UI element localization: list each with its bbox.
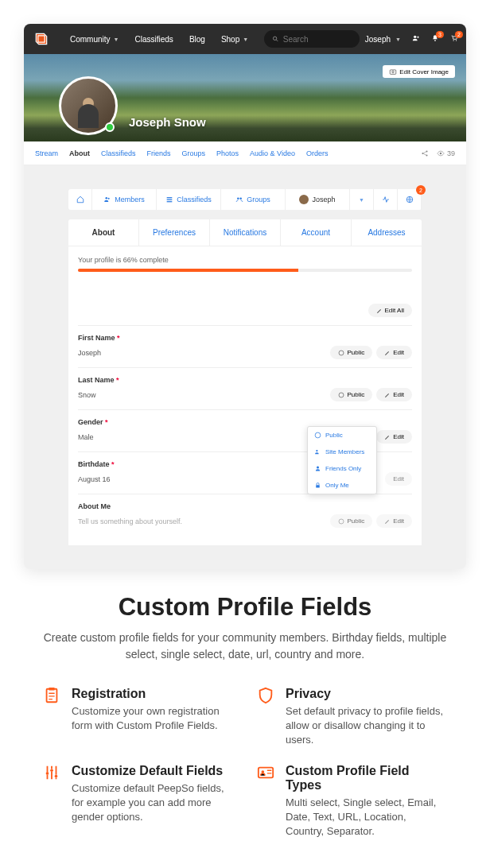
top-navigation: Community▼ Classifieds Blog Shop▼ Joseph… xyxy=(24,24,466,54)
cart-button[interactable]: 2 xyxy=(450,34,458,44)
privacy-option-public[interactable]: Public xyxy=(308,427,376,444)
pencil-icon xyxy=(384,434,391,440)
marketing-subtitle: Create custom profile fields for your co… xyxy=(43,630,447,663)
field-value: Male xyxy=(78,433,330,441)
tab-orders[interactable]: Orders xyxy=(306,149,329,157)
nav-shop[interactable]: Shop▼ xyxy=(213,24,256,54)
toolbar-groups[interactable]: Groups xyxy=(221,189,286,210)
toolbar-badge: 2 xyxy=(416,185,426,195)
eye-icon xyxy=(437,149,445,157)
globe-icon xyxy=(314,432,321,439)
edit-cover-button[interactable]: Edit Cover Image xyxy=(383,65,455,78)
section-tab-preferences[interactable]: Preferences xyxy=(139,219,210,246)
edit-button[interactable]: Edit xyxy=(376,388,412,401)
tab-friends[interactable]: Friends xyxy=(147,149,171,157)
clipboard-icon xyxy=(43,687,62,748)
globe-icon xyxy=(338,392,344,398)
field-gender: Gender * Male Public Edit Public Site Me… xyxy=(78,410,412,452)
svg-point-30 xyxy=(50,769,53,772)
svg-rect-32 xyxy=(259,767,273,777)
cart-badge: 2 xyxy=(455,31,463,38)
online-status-indicator xyxy=(105,122,115,132)
avatar-icon xyxy=(299,195,309,204)
feature-customize-defaults: Customize Default FieldsCustomize defaul… xyxy=(43,764,233,839)
privacy-option-friends[interactable]: Friends Only xyxy=(308,460,376,477)
search-input[interactable] xyxy=(283,35,352,44)
edit-button[interactable]: Edit xyxy=(385,472,412,486)
toolbar-classifieds[interactable]: Classifieds xyxy=(157,189,221,210)
tab-stream[interactable]: Stream xyxy=(35,149,58,157)
user-menu[interactable]: Joseph▼ xyxy=(365,35,401,44)
users-icon xyxy=(103,196,111,203)
svg-rect-15 xyxy=(167,201,173,202)
toolbar-dropdown[interactable]: ▼ xyxy=(350,189,374,210)
svg-point-4 xyxy=(456,40,457,41)
toolbar-home[interactable] xyxy=(68,189,92,210)
pencil-icon xyxy=(376,308,383,314)
tab-classifieds[interactable]: Classifieds xyxy=(101,149,136,157)
nav-blog[interactable]: Blog xyxy=(181,24,213,54)
edit-button[interactable]: Edit xyxy=(376,430,412,444)
svg-point-6 xyxy=(392,71,395,73)
svg-point-10 xyxy=(440,152,442,154)
logo-icon xyxy=(33,31,49,47)
progress-fill xyxy=(78,269,298,272)
toolbar-members[interactable]: Members xyxy=(92,189,157,210)
svg-point-3 xyxy=(453,40,454,41)
add-user-button[interactable] xyxy=(412,34,420,44)
search-box[interactable] xyxy=(264,30,360,48)
section-tab-account[interactable]: Account xyxy=(281,219,352,246)
svg-point-19 xyxy=(339,351,344,355)
privacy-button[interactable]: Public xyxy=(330,346,372,359)
profile-panel: Your profile is 66% complete Edit All Fi… xyxy=(68,246,422,545)
feature-desc: Customize your own registration form wit… xyxy=(72,704,233,733)
feature-title: Registration xyxy=(72,687,233,701)
section-tab-about[interactable]: About xyxy=(68,219,139,246)
profile-tabs: Stream About Classifieds Friends Groups … xyxy=(24,141,466,165)
field-label: Gender * xyxy=(78,418,412,426)
marketing-section: Custom Profile Fields Create custom prof… xyxy=(24,569,466,847)
privacy-button[interactable]: Public xyxy=(330,388,372,401)
progress-text: Your profile is 66% complete xyxy=(78,256,412,264)
nav-community[interactable]: Community▼ xyxy=(62,24,127,54)
svg-point-7 xyxy=(422,152,423,153)
svg-point-2 xyxy=(434,40,436,41)
svg-point-8 xyxy=(426,150,427,152)
globe-icon xyxy=(338,350,344,356)
svg-point-9 xyxy=(426,154,427,156)
privacy-dropdown: Public Site Members Friends Only Only Me xyxy=(307,426,377,494)
pencil-icon xyxy=(384,518,391,525)
profile-avatar[interactable] xyxy=(59,76,118,135)
nav-classifieds[interactable]: Classifieds xyxy=(127,24,181,54)
groups-icon xyxy=(235,196,243,203)
tab-photos[interactable]: Photos xyxy=(216,149,239,157)
section-tab-addresses[interactable]: Addresses xyxy=(352,219,422,246)
user-icon xyxy=(314,465,321,472)
field-label: Last Name * xyxy=(78,376,412,384)
notifications-button[interactable]: 3 xyxy=(431,34,439,44)
share-icon[interactable] xyxy=(421,149,429,157)
toolbar-user[interactable]: Joseph xyxy=(286,189,350,210)
svg-point-20 xyxy=(339,393,344,397)
chevron-down-icon: ▼ xyxy=(114,37,119,42)
chevron-down-icon: ▼ xyxy=(243,37,248,42)
privacy-button[interactable]: Public xyxy=(330,514,372,528)
tab-audio-video[interactable]: Audio & Video xyxy=(250,149,295,157)
privacy-option-onlyme[interactable]: Only Me xyxy=(308,477,376,494)
section-tab-notifications[interactable]: Notifications xyxy=(210,219,281,246)
edit-all-button[interactable]: Edit All xyxy=(368,304,412,317)
tab-about[interactable]: About xyxy=(69,149,90,157)
id-card-icon xyxy=(257,764,276,839)
svg-rect-14 xyxy=(167,200,173,200)
svg-point-17 xyxy=(240,198,243,200)
edit-button[interactable]: Edit xyxy=(376,514,412,528)
toolbar-activity[interactable] xyxy=(374,189,398,210)
progress-bar xyxy=(78,269,412,272)
svg-point-29 xyxy=(46,772,49,775)
edit-button[interactable]: Edit xyxy=(376,346,412,359)
svg-rect-28 xyxy=(49,688,54,691)
tab-groups[interactable]: Groups xyxy=(182,149,206,157)
site-logo[interactable] xyxy=(32,29,51,48)
privacy-option-site[interactable]: Site Members xyxy=(308,444,376,460)
list-icon xyxy=(165,196,173,203)
